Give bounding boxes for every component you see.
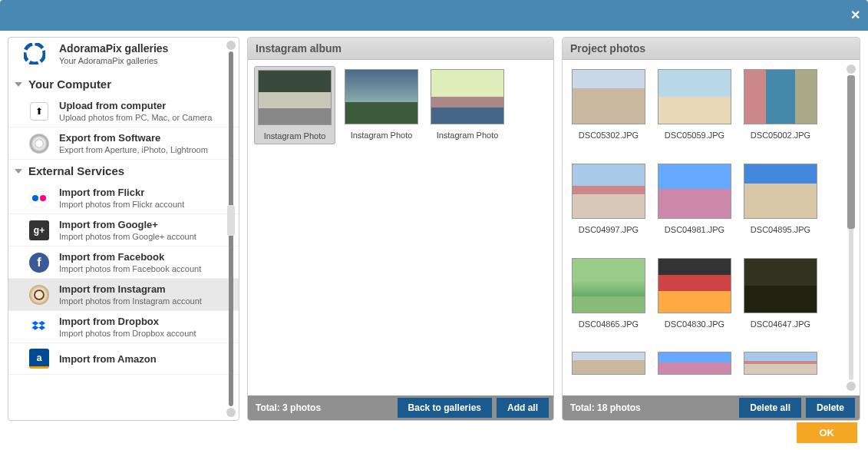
disc-icon [28, 133, 50, 154]
adoramapix-sub: Your AdoramaPix galleries [59, 56, 168, 65]
sidebar-item-desc: Upload photos from PC, Mac, or Camera [59, 113, 212, 122]
project-thumb[interactable]: DSC04895.JPG [741, 160, 820, 249]
sidebar-scrollbar[interactable] [226, 41, 236, 417]
dialog-footer: OK [0, 421, 868, 444]
project-panel: Project photos DSC05302.JPG DSC05059.JPG… [562, 37, 860, 421]
photo-thumbnail [744, 258, 817, 313]
photo-thumbnail [572, 69, 645, 124]
sidebar-item-amazon[interactable]: a Import from Amazon [8, 343, 239, 375]
add-all-button[interactable]: Add all [497, 398, 549, 418]
flickr-icon [28, 187, 50, 209]
thumb-label: Instagram Photo [351, 131, 413, 140]
ok-button[interactable]: OK [797, 422, 858, 443]
project-panel-footer: Total: 18 photos Delete all Delete [563, 395, 860, 420]
thumb-label: DSC05002.JPG [751, 131, 810, 140]
close-icon[interactable]: ✕ [850, 8, 860, 22]
thumb-label: Instagram Photo [437, 131, 499, 140]
scroll-down-icon[interactable] [226, 408, 236, 417]
sidebar-item-desc: Import photos from Facebook account [59, 264, 201, 273]
thumb-label: Instagram Photo [264, 131, 326, 141]
chevron-down-icon [15, 169, 22, 174]
photo-thumbnail [658, 164, 731, 219]
photo-thumbnail [572, 352, 645, 375]
album-thumb[interactable]: Instagram Photo [342, 66, 421, 144]
scroll-up-icon[interactable] [847, 65, 856, 74]
sidebar-item-label: Import from Amazon [59, 353, 157, 365]
scroll-thumb[interactable] [227, 205, 235, 236]
project-panel-header: Project photos [563, 38, 860, 60]
project-thumb[interactable] [655, 349, 734, 389]
thumb-label: DSC04647.JPG [751, 319, 810, 329]
thumb-label: DSC04997.JPG [579, 225, 639, 234]
project-thumb[interactable]: DSC04865.JPG [569, 255, 649, 343]
project-thumb[interactable]: DSC04647.JPG [741, 255, 820, 343]
section-label: Your Computer [28, 78, 111, 91]
back-to-galleries-button[interactable]: Back to galleries [398, 398, 492, 418]
sidebar-item-label: Import from Flickr [59, 187, 184, 198]
sidebar-item-instagram[interactable]: Import from Instagram Import photos from… [8, 279, 239, 311]
main-area: AdoramaPix galleries Your AdoramaPix gal… [0, 31, 868, 421]
adoramapix-title: AdoramaPix galleries [59, 42, 168, 55]
sidebar-item-dropbox[interactable]: Import from Dropbox Import photos from D… [8, 311, 239, 343]
sidebar-item-label: Import from Instagram [59, 283, 202, 295]
project-thumb[interactable] [741, 349, 820, 389]
sidebar-item-label: Upload from computer [59, 100, 212, 111]
album-total-label: Total: 3 photos [256, 402, 321, 413]
sources-sidebar: AdoramaPix galleries Your AdoramaPix gal… [8, 37, 239, 421]
scroll-up-icon[interactable] [226, 41, 236, 50]
project-thumb[interactable]: DSC04830.JPG [655, 255, 734, 343]
sidebar-item-desc: Import photos from Dropbox account [59, 329, 196, 338]
photo-thumbnail [744, 164, 817, 219]
project-thumb[interactable]: DSC05302.JPG [569, 66, 649, 154]
project-thumb[interactable]: DSC05002.JPG [741, 66, 820, 154]
project-thumb[interactable]: DSC05059.JPG [655, 66, 734, 154]
dialog-header: ✕ [0, 0, 868, 31]
instagram-icon [28, 284, 50, 306]
album-panel-body: Instagram Photo Instagram Photo Instagra… [248, 60, 553, 395]
sidebar-item-flickr[interactable]: Import from Flickr Import photos from Fl… [8, 182, 239, 214]
photo-thumbnail [431, 69, 504, 124]
album-panel-header: Instagram album [248, 38, 553, 60]
scroll-thumb[interactable] [847, 75, 855, 229]
scroll-down-icon[interactable] [847, 382, 856, 391]
album-panel-footer: Total: 3 photos Back to galleries Add al… [248, 395, 553, 420]
scroll-track[interactable] [229, 51, 233, 406]
photo-thumbnail [572, 258, 645, 313]
sidebar-item-adoramapix[interactable]: AdoramaPix galleries Your AdoramaPix gal… [8, 38, 239, 73]
googleplus-icon: g+ [28, 220, 50, 241]
sidebar-item-desc: Import photos from Instagram account [59, 296, 202, 306]
photo-thumbnail [658, 69, 731, 124]
photo-thumbnail [572, 164, 645, 219]
chevron-down-icon [15, 82, 22, 87]
sidebar-item-upload[interactable]: ⬆ Upload from computer Upload photos fro… [8, 95, 239, 127]
project-thumb[interactable]: DSC04997.JPG [569, 160, 649, 249]
thumb-label: DSC04830.JPG [665, 319, 724, 329]
photo-thumbnail [258, 70, 332, 125]
sidebar-item-googleplus[interactable]: g+ Import from Google+ Import photos fro… [8, 214, 239, 247]
sidebar-item-label: Import from Facebook [59, 251, 201, 263]
photo-thumbnail [658, 258, 731, 313]
album-thumb[interactable]: Instagram Photo [254, 66, 335, 144]
dropbox-icon [28, 316, 50, 338]
sidebar-item-label: Import from Google+ [59, 219, 196, 230]
sidebar-item-facebook[interactable]: f Import from Facebook Import photos fro… [8, 247, 239, 279]
album-panel: Instagram album Instagram Photo Instagra… [247, 37, 554, 421]
section-your-computer[interactable]: Your Computer [8, 73, 239, 95]
project-scrollbar[interactable] [846, 63, 856, 392]
photo-thumbnail [345, 69, 418, 124]
photo-thumbnail [658, 352, 731, 375]
delete-all-button[interactable]: Delete all [739, 398, 801, 418]
section-external-services[interactable]: External Services [8, 160, 239, 182]
section-label: External Services [28, 164, 124, 177]
scroll-track[interactable] [849, 75, 853, 380]
delete-button[interactable]: Delete [806, 398, 855, 418]
photo-thumbnail [744, 352, 817, 375]
sidebar-item-label: Export from Software [59, 132, 208, 144]
thumb-label: DSC05059.JPG [665, 131, 724, 140]
thumb-label: DSC05302.JPG [579, 131, 639, 140]
sidebar-item-export[interactable]: Export from Software Export from Apertur… [8, 127, 239, 160]
project-thumb[interactable] [569, 349, 649, 389]
project-thumb[interactable]: DSC04981.JPG [655, 160, 734, 249]
album-thumb[interactable]: Instagram Photo [427, 66, 507, 144]
project-total-label: Total: 18 photos [570, 402, 641, 413]
